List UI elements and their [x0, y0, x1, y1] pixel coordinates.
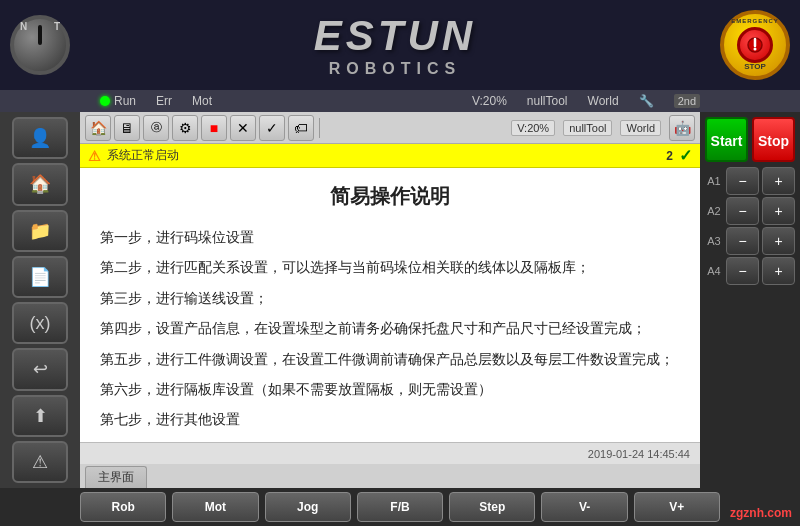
err-status: Err [156, 94, 172, 108]
header: N T ESTUN ROBOTICS EMERGENCY STOP [0, 0, 800, 90]
document-button[interactable]: 📄 [12, 256, 68, 298]
bottom-btn-jog[interactable]: Jog [265, 492, 351, 522]
axis-minus-a1[interactable]: − [726, 167, 759, 195]
doc-content: 简易操作说明 第一步，进行码垛位设置第二步，进行匹配关系设置，可以选择与当前码垛… [80, 168, 700, 442]
emergency-inner-button[interactable] [737, 27, 773, 63]
tab-bar: 主界面 [80, 464, 700, 488]
start-stop-row: Start Stop [705, 117, 795, 162]
robot-icon[interactable]: 🤖 [669, 115, 695, 141]
mode-knob[interactable]: N T [10, 15, 70, 75]
emergency-stop-button[interactable]: EMERGENCY STOP [720, 10, 790, 80]
status-bar: Run Err Mot V:20% nullTool World 🔧 2nd [0, 90, 800, 112]
run-led [100, 96, 110, 106]
run-status: Run [100, 94, 136, 108]
version-info: V:20% [472, 94, 507, 108]
version-badge: V:20% [511, 120, 555, 136]
tool-label: nullTool [527, 94, 568, 108]
mot-status: Mot [192, 94, 212, 108]
list-item: 第三步，进行输送线设置； [100, 287, 680, 309]
stop-icon[interactable]: ■ [201, 115, 227, 141]
logo-robotics: ROBOTICS [70, 60, 720, 78]
timestamp: 2019-01-24 14:45:44 [588, 448, 690, 460]
bottom-btn-v-[interactable]: V- [541, 492, 627, 522]
check-icon[interactable]: ✓ [259, 115, 285, 141]
bottom-btn-rob[interactable]: Rob [80, 492, 166, 522]
start-button[interactable]: Start [705, 117, 748, 162]
right-sidebar: Start Stop A1 − + A2 − + A3 − + A4 − + [700, 112, 800, 488]
alert-check: ✓ [679, 146, 692, 165]
axis-minus-a4[interactable]: − [726, 257, 759, 285]
world-info: World [588, 94, 619, 108]
list-item: 第五步，进行工件微调设置，在设置工件微调前请确保产品总层数以及每层工件数设置完成… [100, 348, 680, 370]
doc-items: 第一步，进行码垛位设置第二步，进行匹配关系设置，可以选择与当前码垛位相关联的线体… [100, 226, 680, 442]
axis-minus-a2[interactable]: − [726, 197, 759, 225]
variable-button[interactable]: (x) [12, 302, 68, 344]
cross-icon[interactable]: ✕ [230, 115, 256, 141]
home-button[interactable]: 🏠 [12, 163, 68, 205]
tool-badge: nullTool [563, 120, 612, 136]
alert-message: 系统正常启动 [107, 147, 179, 164]
bottom-btn-mot[interactable]: Mot [172, 492, 258, 522]
axis-row-a2: A2 − + [705, 196, 795, 226]
toolbar: 🏠 🖥 ⓐ ⚙ ■ ✕ ✓ 🏷 V:20% nullTool World 🤖 [80, 112, 700, 144]
second-label: 2nd [674, 94, 700, 108]
axis-plus-a4[interactable]: + [762, 257, 795, 285]
axis-plus-a1[interactable]: + [762, 167, 795, 195]
main-area: 👤 🏠 📁 📄 (x) ↩ ⬆ ⚠ 🏠 🖥 ⓐ ⚙ ■ ✕ ✓ 🏷 V:20% … [0, 112, 800, 488]
axis-label-a3: A3 [705, 235, 723, 247]
axis-row-a1: A1 − + [705, 166, 795, 196]
axis-minus-a3[interactable]: − [726, 227, 759, 255]
bottom-btn-v+[interactable]: V+ [634, 492, 720, 522]
list-item: 第六步，进行隔板库设置（如果不需要放置隔板，则无需设置） [100, 378, 680, 400]
screen-icon[interactable]: 🖥 [114, 115, 140, 141]
tag-icon[interactable]: 🏷 [288, 115, 314, 141]
world-label: World [588, 94, 619, 108]
tool-info: nullTool [527, 94, 568, 108]
warning-button[interactable]: ⚠ [12, 441, 68, 483]
gear-icon[interactable]: ⚙ [172, 115, 198, 141]
err-label: Err [156, 94, 172, 108]
arrow-button[interactable]: ↩ [12, 348, 68, 390]
list-item: 第二步，进行匹配关系设置，可以选择与当前码垛位相关联的线体以及隔板库； [100, 256, 680, 278]
doc-title: 简易操作说明 [100, 183, 680, 210]
bottom-btn-step[interactable]: Step [449, 492, 535, 522]
settings-a-icon[interactable]: ⓐ [143, 115, 169, 141]
mot-label: Mot [192, 94, 212, 108]
toolbar-separator [319, 118, 320, 138]
axis-plus-a3[interactable]: + [762, 227, 795, 255]
bottom-btn-f-b[interactable]: F/B [357, 492, 443, 522]
stop-button[interactable]: Stop [752, 117, 795, 162]
alert-bar: ⚠ 系统正常启动 2 ✓ [80, 144, 700, 168]
list-item: 第一步，进行码垛位设置 [100, 226, 680, 248]
left-sidebar: 👤 🏠 📁 📄 (x) ↩ ⬆ ⚠ [0, 112, 80, 488]
emergency-text-top: EMERGENCY [731, 18, 779, 24]
knob-label-t: T [54, 21, 60, 32]
icon-placeholder: 🔧 [639, 94, 654, 108]
axis-controls: A1 − + A2 − + A3 − + A4 − + [705, 166, 795, 286]
logo-area: ESTUN ROBOTICS [70, 12, 720, 78]
axis-row-a4: A4 − + [705, 256, 795, 286]
run-label: Run [114, 94, 136, 108]
version-label: V:20% [472, 94, 507, 108]
axis-row-a3: A3 − + [705, 226, 795, 256]
axis-label-a2: A2 [705, 205, 723, 217]
header-left: N T [10, 15, 70, 75]
main-tab[interactable]: 主界面 [85, 466, 147, 488]
world-badge: World [620, 120, 661, 136]
axis-label-a4: A4 [705, 265, 723, 277]
center-content: 🏠 🖥 ⓐ ⚙ ■ ✕ ✓ 🏷 V:20% nullTool World 🤖 ⚠… [80, 112, 700, 488]
axis-label-a1: A1 [705, 175, 723, 187]
alert-number: 2 [666, 149, 673, 163]
doc-footer: 2019-01-24 14:45:44 [80, 442, 700, 464]
knob-label-n: N [20, 21, 27, 32]
axis-button[interactable]: ⬆ [12, 395, 68, 437]
home-icon[interactable]: 🏠 [85, 115, 111, 141]
list-item: 第七步，进行其他设置 [100, 408, 680, 430]
watermark: zgznh.com [730, 506, 792, 520]
folder-button[interactable]: 📁 [12, 210, 68, 252]
axis-plus-a2[interactable]: + [762, 197, 795, 225]
logo-estun: ESTUN [70, 12, 720, 60]
svg-point-2 [754, 48, 757, 51]
user-button[interactable]: 👤 [12, 117, 68, 159]
bottom-bar: RobMotJogF/BStepV-V+ [0, 488, 800, 526]
